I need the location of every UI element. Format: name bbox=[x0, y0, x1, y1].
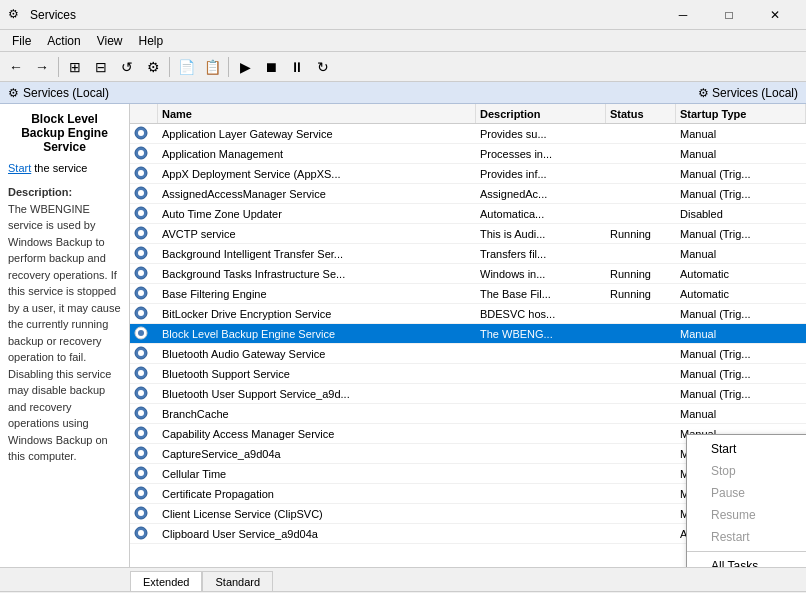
context-menu-restart: Restart bbox=[687, 526, 806, 548]
row-icon bbox=[130, 506, 158, 522]
table-row[interactable]: Background Intelligent Transfer Ser... T… bbox=[130, 244, 806, 264]
row-icon bbox=[130, 526, 158, 542]
row-name: Bluetooth User Support Service_a9d... bbox=[158, 388, 476, 400]
table-row[interactable]: AssignedAccessManager Service AssignedAc… bbox=[130, 184, 806, 204]
row-name: CaptureService_a9d04a bbox=[158, 448, 476, 460]
table-row[interactable]: BranchCache Manual bbox=[130, 404, 806, 424]
toolbar-separator-2 bbox=[169, 57, 170, 77]
menu-action[interactable]: Action bbox=[39, 30, 88, 52]
app-icon: ⚙ bbox=[8, 7, 24, 23]
row-name: AVCTP service bbox=[158, 228, 476, 240]
header-description[interactable]: Description bbox=[476, 104, 606, 123]
context-menu-all-tasks[interactable]: All Tasks bbox=[687, 555, 806, 567]
menu-help[interactable]: Help bbox=[131, 30, 172, 52]
table-row[interactable]: Block Level Backup Engine Service The WB… bbox=[130, 324, 806, 344]
row-icon bbox=[130, 446, 158, 462]
row-icon bbox=[130, 346, 158, 362]
service-description: Description: The WBENGINE service is use… bbox=[8, 184, 121, 465]
row-status: Running bbox=[606, 268, 676, 280]
context-menu-stop: Stop bbox=[687, 460, 806, 482]
context-menu-start[interactable]: Start bbox=[687, 438, 806, 460]
stop-button[interactable]: ⏹ bbox=[259, 55, 283, 79]
toolbar-btn-3[interactable]: ↺ bbox=[115, 55, 139, 79]
row-icon bbox=[130, 186, 158, 202]
row-name: Capability Access Manager Service bbox=[158, 428, 476, 440]
row-description: Provides su... bbox=[476, 128, 606, 140]
row-description: Automatica... bbox=[476, 208, 606, 220]
row-description: BDESVC hos... bbox=[476, 308, 606, 320]
row-name: Bluetooth Support Service bbox=[158, 368, 476, 380]
toolbar-btn-2[interactable]: ⊟ bbox=[89, 55, 113, 79]
tabs-bar: Extended Standard bbox=[0, 567, 806, 591]
back-button[interactable]: ← bbox=[4, 55, 28, 79]
row-icon bbox=[130, 246, 158, 262]
tab-standard[interactable]: Standard bbox=[202, 571, 273, 591]
restart-button[interactable]: ↻ bbox=[311, 55, 335, 79]
start-link[interactable]: Start bbox=[8, 162, 31, 174]
row-icon bbox=[130, 206, 158, 222]
table-row[interactable]: Background Tasks Infrastructure Se... Wi… bbox=[130, 264, 806, 284]
table-row[interactable]: Application Layer Gateway Service Provid… bbox=[130, 124, 806, 144]
table-row[interactable]: Application Management Processes in... M… bbox=[130, 144, 806, 164]
row-description: Processes in... bbox=[476, 148, 606, 160]
nav-header-left: Services (Local) bbox=[23, 86, 109, 100]
svg-point-11 bbox=[138, 230, 144, 236]
toolbar: ← → ⊞ ⊟ ↺ ⚙ 📄 📋 ▶ ⏹ ⏸ ↻ bbox=[0, 52, 806, 82]
header-status[interactable]: Status bbox=[606, 104, 676, 123]
toolbar-btn-1[interactable]: ⊞ bbox=[63, 55, 87, 79]
selected-service-title: Block Level Backup Engine Service bbox=[8, 112, 121, 154]
table-header: Name Description Status Startup Type bbox=[130, 104, 806, 124]
row-name: Auto Time Zone Updater bbox=[158, 208, 476, 220]
main-content: Block Level Backup Engine Service Start … bbox=[0, 104, 806, 567]
svg-point-33 bbox=[138, 450, 144, 456]
row-icon bbox=[130, 466, 158, 482]
minimize-button[interactable]: ─ bbox=[660, 0, 706, 30]
table-row[interactable]: Auto Time Zone Updater Automatica... Dis… bbox=[130, 204, 806, 224]
table-row[interactable]: AVCTP service This is Audi... Running Ma… bbox=[130, 224, 806, 244]
table-row[interactable]: Bluetooth Audio Gateway Service Manual (… bbox=[130, 344, 806, 364]
svg-point-35 bbox=[138, 470, 144, 476]
header-startup[interactable]: Startup Type bbox=[676, 104, 806, 123]
row-status: Running bbox=[606, 228, 676, 240]
table-row[interactable]: Bluetooth User Support Service_a9d... Ma… bbox=[130, 384, 806, 404]
row-startup: Manual (Trig... bbox=[676, 368, 806, 380]
header-icon[interactable] bbox=[130, 104, 158, 123]
title-bar: ⚙ Services ─ □ ✕ bbox=[0, 0, 806, 30]
desc-label: Description: bbox=[8, 186, 72, 198]
maximize-button[interactable]: □ bbox=[706, 0, 752, 30]
pause-button[interactable]: ⏸ bbox=[285, 55, 309, 79]
row-description: The WBENG... bbox=[476, 328, 606, 340]
table-row[interactable]: Bluetooth Support Service Manual (Trig..… bbox=[130, 364, 806, 384]
svg-point-17 bbox=[138, 290, 144, 296]
table-row[interactable]: BitLocker Drive Encryption Service BDESV… bbox=[130, 304, 806, 324]
table-row[interactable]: Base Filtering Engine The Base Fil... Ru… bbox=[130, 284, 806, 304]
context-menu: Start Stop Pause Resume Restart All Task… bbox=[686, 434, 806, 567]
header-name[interactable]: Name bbox=[158, 104, 476, 123]
table-row[interactable]: AppX Deployment Service (AppXS... Provid… bbox=[130, 164, 806, 184]
row-startup: Manual (Trig... bbox=[676, 228, 806, 240]
toolbar-btn-4[interactable]: ⚙ bbox=[141, 55, 165, 79]
row-name: Block Level Backup Engine Service bbox=[158, 328, 476, 340]
row-description: Windows in... bbox=[476, 268, 606, 280]
play-button[interactable]: ▶ bbox=[233, 55, 257, 79]
start-link-area: Start the service bbox=[8, 162, 121, 174]
menu-view[interactable]: View bbox=[89, 30, 131, 52]
menu-file[interactable]: File bbox=[4, 30, 39, 52]
svg-point-37 bbox=[138, 490, 144, 496]
svg-point-5 bbox=[138, 170, 144, 176]
row-startup: Manual bbox=[676, 148, 806, 160]
row-icon bbox=[130, 366, 158, 382]
toolbar-btn-5[interactable]: 📄 bbox=[174, 55, 198, 79]
svg-point-9 bbox=[138, 210, 144, 216]
svg-point-7 bbox=[138, 190, 144, 196]
forward-button[interactable]: → bbox=[30, 55, 54, 79]
svg-point-21 bbox=[138, 330, 144, 336]
row-name: Background Tasks Infrastructure Se... bbox=[158, 268, 476, 280]
close-button[interactable]: ✕ bbox=[752, 0, 798, 30]
desc-text: The WBENGINE service is used by Windows … bbox=[8, 203, 121, 463]
svg-point-3 bbox=[138, 150, 144, 156]
svg-point-25 bbox=[138, 370, 144, 376]
tab-extended[interactable]: Extended bbox=[130, 571, 202, 591]
row-startup: Manual (Trig... bbox=[676, 348, 806, 360]
toolbar-btn-6[interactable]: 📋 bbox=[200, 55, 224, 79]
